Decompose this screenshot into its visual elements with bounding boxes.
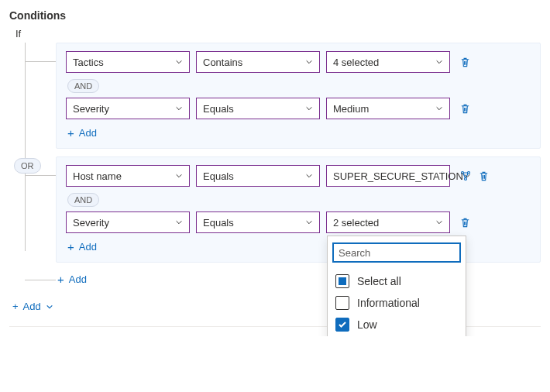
operator-value: Contains xyxy=(203,57,242,68)
plus-icon: + xyxy=(67,127,74,139)
page-title: Conditions xyxy=(9,9,541,22)
add-condition-button[interactable]: + Add xyxy=(66,124,98,142)
chevron-down-icon xyxy=(175,58,183,66)
operator-select[interactable]: Contains xyxy=(196,51,320,73)
value-select[interactable]: SUPER_SECURE_STATION xyxy=(326,165,450,187)
value-select[interactable]: 4 selected xyxy=(326,51,450,73)
option-medium[interactable]: Medium xyxy=(332,335,461,336)
option-informational[interactable]: Informational xyxy=(332,292,461,314)
plus-icon: + xyxy=(57,273,64,285)
value-select-open[interactable]: 2 selected Select all Informational xyxy=(326,211,450,233)
checkbox-checked-icon xyxy=(335,318,349,332)
field-value: Tactics xyxy=(73,57,104,68)
operator-value: Equals xyxy=(203,217,234,229)
chevron-down-icon xyxy=(305,218,313,226)
chevron-down-icon xyxy=(305,58,313,66)
chevron-down-icon xyxy=(175,172,183,180)
chevron-down-icon xyxy=(305,172,313,180)
dropdown-search-input[interactable] xyxy=(332,242,461,263)
delete-icon[interactable] xyxy=(459,216,472,229)
chevron-down-icon xyxy=(435,218,443,226)
checkbox-indeterminate-icon xyxy=(335,274,349,288)
chevron-down-icon xyxy=(305,105,313,112)
value-select[interactable]: Medium xyxy=(326,98,450,119)
value-text: 4 selected xyxy=(333,57,379,68)
condition-row: Severity Equals Medium xyxy=(66,98,531,119)
add-condition-button[interactable]: + Add xyxy=(66,238,98,256)
add-label: Add xyxy=(79,127,97,139)
select-all-option[interactable]: Select all xyxy=(332,270,461,292)
chevron-down-icon xyxy=(46,303,53,311)
operator-select[interactable]: Equals xyxy=(196,211,320,233)
if-label: If xyxy=(15,28,541,40)
add-label: Add xyxy=(79,241,97,253)
field-select[interactable]: Tactics xyxy=(66,51,190,73)
delete-icon[interactable] xyxy=(459,102,472,115)
multiselect-dropdown: Select all Informational Low Medium xyxy=(327,236,466,336)
field-value: Severity xyxy=(73,103,109,115)
add-group-button[interactable]: + Add xyxy=(56,270,88,288)
chevron-down-icon xyxy=(435,58,443,66)
option-label: Low xyxy=(357,318,377,331)
condition-row: Severity Equals 2 selected Select xyxy=(66,211,531,233)
conditions-tree: Tactics Contains 4 selected AND Se xyxy=(25,43,541,288)
and-badge: AND xyxy=(67,193,99,207)
chevron-down-icon xyxy=(435,105,443,112)
operator-select[interactable]: Equals xyxy=(196,165,320,187)
or-badge: OR xyxy=(14,158,41,174)
condition-row: Tactics Contains 4 selected xyxy=(66,51,531,73)
plus-icon: + xyxy=(12,301,19,312)
option-label: Informational xyxy=(357,297,420,309)
add-label: Add xyxy=(23,301,41,312)
condition-group-2: Host name Equals SUPER_SECURE_STATION AN… xyxy=(25,156,541,263)
operator-value: Equals xyxy=(203,103,234,115)
checkbox-unchecked-icon xyxy=(335,296,349,310)
field-select[interactable]: Severity xyxy=(66,98,190,119)
and-badge: AND xyxy=(67,79,99,93)
option-label: Select all xyxy=(357,275,401,287)
plus-icon: + xyxy=(67,241,74,253)
field-select[interactable]: Severity xyxy=(66,211,190,233)
chevron-down-icon xyxy=(175,105,183,112)
operator-value: Equals xyxy=(203,170,234,182)
value-text: 2 selected xyxy=(333,217,379,229)
delete-icon[interactable] xyxy=(478,170,490,182)
value-text: Medium xyxy=(333,103,369,115)
condition-row: Host name Equals SUPER_SECURE_STATION xyxy=(66,165,531,187)
add-label: Add xyxy=(69,273,87,285)
chevron-down-icon xyxy=(463,172,471,180)
field-value: Host name xyxy=(73,170,122,182)
condition-group-1: Tactics Contains 4 selected AND Se xyxy=(25,43,541,149)
option-low[interactable]: Low xyxy=(332,314,461,335)
value-text: SUPER_SECURE_STATION xyxy=(333,170,463,182)
delete-icon[interactable] xyxy=(459,56,472,68)
field-value: Severity xyxy=(73,217,109,229)
group-card: Host name Equals SUPER_SECURE_STATION AN… xyxy=(56,156,541,263)
add-rule-button[interactable]: + Add xyxy=(12,301,53,312)
field-select[interactable]: Host name xyxy=(66,165,190,187)
operator-select[interactable]: Equals xyxy=(196,98,320,119)
chevron-down-icon xyxy=(175,218,183,226)
group-card: Tactics Contains 4 selected AND Se xyxy=(56,43,541,149)
